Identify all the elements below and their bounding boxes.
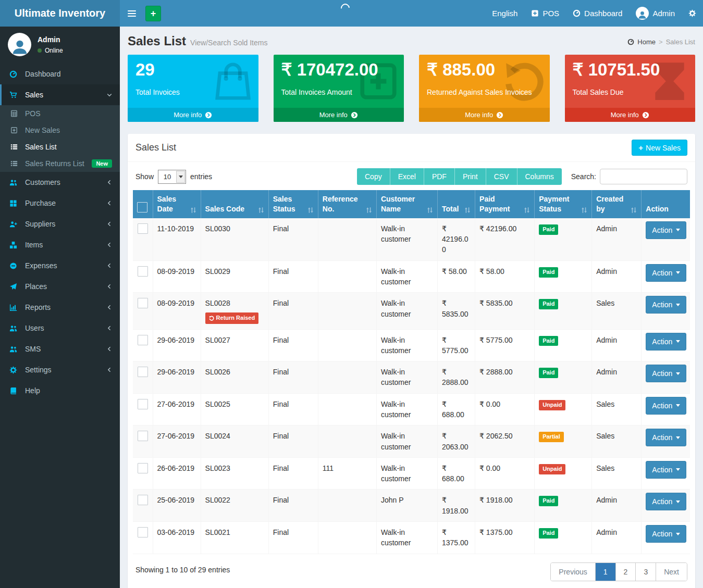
stat-card-3: ₹ 10751.50 Total Sales Due More info (565, 55, 696, 122)
select-all-checkbox[interactable] (137, 202, 147, 212)
cell-payment-status: Paid (535, 329, 592, 361)
row-action-button[interactable]: Action (646, 296, 686, 314)
row-action-button[interactable]: Action (646, 429, 686, 446)
brand-logo[interactable]: Ultimate Inventory (0, 0, 120, 27)
row-checkbox[interactable] (138, 367, 148, 377)
export-csv-button[interactable]: CSV (486, 168, 517, 185)
select-dropdown-button[interactable] (176, 171, 185, 183)
column-header-payment-status[interactable]: Payment Status (535, 190, 592, 218)
cell-reference-no (318, 393, 376, 426)
column-header-sales-status[interactable]: Sales Status (268, 190, 318, 218)
sidebar-item-customers[interactable]: Customers (0, 172, 120, 193)
row-checkbox[interactable] (138, 527, 148, 537)
navbar-item-english[interactable]: English (485, 0, 524, 27)
navbar-menu: EnglishPOSDashboardAdmin (485, 0, 703, 27)
cell-total: ₹ 1375.00 (438, 522, 475, 554)
row-checkbox[interactable] (138, 495, 148, 505)
new-sales-button[interactable]: +New Sales (632, 140, 687, 156)
sidebar-item-expenses[interactable]: Expenses (0, 255, 120, 276)
search-input[interactable] (600, 169, 687, 184)
sidebar-item-pos[interactable]: POS (0, 105, 120, 122)
row-checkbox[interactable] (138, 463, 148, 473)
cell-sales-date: 25-06-2019 (153, 490, 201, 522)
more-info-link[interactable]: More info (128, 108, 258, 122)
sidebar-item-sales-returns-list[interactable]: Sales Returns ListNew (0, 155, 120, 172)
sort-icon (258, 207, 264, 214)
column-header-sales-code[interactable]: Sales Code (201, 190, 268, 218)
pagination-page-1[interactable]: 1 (595, 563, 615, 581)
sidebar-item-new-sales[interactable]: New Sales (0, 122, 120, 139)
navbar-item-dashboard[interactable]: Dashboard (566, 0, 629, 27)
cell-customer-name: Walk-in customer (376, 522, 437, 554)
cell-reference-no (318, 361, 376, 394)
sidebar-toggle-button[interactable] (120, 0, 143, 27)
navbar-item-pos[interactable]: POS (524, 0, 566, 27)
row-action-button[interactable]: Action (646, 461, 686, 479)
plus-square-icon (10, 127, 20, 134)
export-excel-button[interactable]: Excel (390, 168, 424, 185)
sidebar-item-items[interactable]: Items (0, 234, 120, 255)
pagination-page-3[interactable]: 3 (635, 563, 656, 581)
navbar-item-settings[interactable] (682, 0, 703, 27)
quick-add-button[interactable]: + (145, 6, 161, 21)
column-header-total[interactable]: Total (438, 190, 475, 218)
sidebar-item-places[interactable]: Places (0, 276, 120, 297)
sidebar-item-reports[interactable]: Reports (0, 297, 120, 318)
more-info-link[interactable]: More info (565, 108, 696, 122)
row-action-button[interactable]: Action (646, 365, 686, 382)
column-header-reference-no-[interactable]: Reference No. (318, 190, 376, 218)
more-info-link[interactable]: More info (274, 108, 404, 122)
export-pdf-button[interactable]: PDF (424, 168, 455, 185)
column-header-customer-name[interactable]: Customer Name (376, 190, 437, 218)
dashboard-icon (9, 70, 20, 78)
sidebar-item-sales[interactable]: Sales (0, 84, 120, 105)
row-action-button[interactable]: Action (646, 264, 686, 282)
show-label: Show (135, 172, 154, 181)
row-action-button[interactable]: Action (646, 493, 686, 510)
sidebar-item-sales-list[interactable]: Sales List (0, 139, 120, 155)
payment-status-badge: Paid (539, 267, 558, 278)
pagination-previous[interactable]: Previous (551, 563, 595, 581)
arrow-circle-right-icon (496, 111, 503, 119)
row-action-button[interactable]: Action (646, 525, 686, 543)
row-checkbox[interactable] (138, 298, 148, 308)
row-checkbox[interactable] (138, 335, 148, 345)
table-row: 08-09-2019 SL0028Return Raised Final Wal… (133, 293, 690, 329)
payment-status-badge: Paid (539, 496, 558, 506)
page-length-select[interactable]: 10 (158, 170, 186, 184)
pagination-page-2[interactable]: 2 (615, 563, 636, 581)
sidebar-item-users[interactable]: Users (0, 318, 120, 339)
payment-status-badge: Paid (539, 299, 558, 309)
sidebar-item-settings[interactable]: Settings (0, 359, 120, 380)
pagination-next[interactable]: Next (656, 563, 687, 581)
sidebar-item-dashboard[interactable]: Dashboard (0, 64, 120, 84)
stat-label: Total Invoices (128, 88, 258, 96)
cell-sales-status: Final (268, 522, 318, 554)
column-header-paid-payment[interactable]: Paid Payment (475, 190, 535, 218)
sidebar-item-suppliers[interactable]: Suppliers (0, 214, 120, 234)
sidebar-item-sms[interactable]: SMS (0, 339, 120, 359)
row-checkbox[interactable] (138, 266, 148, 277)
export-print-button[interactable]: Print (455, 168, 486, 185)
plus-square-solid-icon (531, 9, 539, 17)
chevron-left-icon (107, 326, 112, 331)
export-columns-button[interactable]: Columns (517, 168, 562, 185)
sidebar-item-help[interactable]: Help (0, 380, 120, 401)
table-row: 27-06-2019 SL0025 Final Walk-in customer… (133, 393, 690, 426)
breadcrumb-home-link[interactable]: Home (637, 38, 656, 46)
row-checkbox[interactable] (138, 431, 148, 441)
navbar-item-admin[interactable]: Admin (629, 0, 682, 27)
column-header-created-by[interactable]: Created by (592, 190, 642, 218)
cell-sales-code: SL0022 (201, 490, 268, 522)
row-checkbox[interactable] (138, 399, 148, 409)
row-action-button[interactable]: Action (646, 397, 686, 415)
cell-sales-status: Final (268, 361, 318, 394)
column-header-sales-date[interactable]: Sales Date (153, 190, 201, 218)
row-action-button[interactable]: Action (646, 221, 686, 239)
sidebar-item-purchase[interactable]: Purchase (0, 193, 120, 214)
cell-reference-no (318, 260, 376, 293)
row-action-button[interactable]: Action (646, 333, 686, 351)
export-copy-button[interactable]: Copy (357, 168, 390, 185)
more-info-link[interactable]: More info (419, 108, 550, 122)
row-checkbox[interactable] (138, 223, 148, 234)
